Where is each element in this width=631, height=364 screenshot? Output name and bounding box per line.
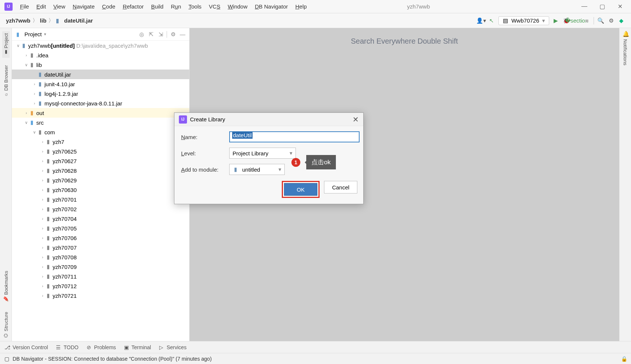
chevron-icon[interactable]: › [32, 91, 37, 96]
tree-row[interactable]: ∨▮lib [12, 60, 189, 70]
menu-run[interactable]: Run [168, 2, 184, 11]
chevron-icon[interactable]: › [40, 139, 45, 144]
tree-row[interactable]: ›▮mysql-connector-java-8.0.11.jar [12, 98, 189, 108]
menu-vcs[interactable]: VCS [206, 2, 223, 11]
bottom-tool-todo[interactable]: ☰TODO [56, 344, 79, 350]
chevron-icon[interactable]: › [32, 101, 37, 105]
tree-row[interactable]: ∨▮src [12, 118, 189, 127]
chevron-icon[interactable]: ∨ [16, 43, 21, 48]
left-tab-project[interactable]: ▮Project [2, 31, 10, 58]
tree-row[interactable]: ›▮yzh70702 [12, 204, 189, 214]
gear-icon[interactable]: ⚙ [606, 16, 616, 26]
ok-button[interactable]: OK [284, 183, 317, 196]
user-icon[interactable]: 👤▾ [476, 16, 487, 26]
menu-help[interactable]: Help [292, 2, 310, 11]
hide-panel-icon[interactable]: — [179, 31, 186, 38]
menu-code[interactable]: Code [99, 2, 118, 11]
left-tab-structure[interactable]: ⌬Structure [2, 310, 10, 341]
chevron-icon[interactable]: › [40, 236, 45, 240]
bottom-tool-terminal[interactable]: ▣Terminal [123, 344, 151, 350]
crumb-lib[interactable]: lib [39, 17, 48, 24]
tree-row[interactable]: ›▮yzh70630 [12, 185, 189, 195]
chevron-icon[interactable]: › [24, 111, 29, 115]
chevron-icon[interactable]: ∨ [24, 120, 29, 125]
bottom-tool-vcs[interactable]: ⎇Version Control [4, 344, 48, 350]
project-panel-title[interactable]: ▮ Project ▾ [15, 31, 46, 37]
menu-edit[interactable]: Edit [33, 2, 49, 11]
tree-row[interactable]: ›▮yzh70705 [12, 223, 189, 233]
lock-icon[interactable]: 🔒 [621, 356, 627, 362]
chevron-icon[interactable]: › [40, 293, 45, 298]
tree-row[interactable]: ∨▮com [12, 127, 189, 137]
jetbrains-icon[interactable]: ◆ [616, 16, 627, 26]
tree-row[interactable]: ›▮yzh70627 [12, 156, 189, 166]
menu-view[interactable]: View [50, 2, 68, 11]
level-select[interactable]: Project Library ▾ [229, 148, 296, 159]
search-icon[interactable]: 🔍 [595, 16, 606, 26]
menu-build[interactable]: Build [148, 2, 166, 11]
tree-row[interactable]: ›▮yzh70707 [12, 243, 189, 252]
tree-row[interactable]: ›▮yzh70708 [12, 252, 189, 262]
chevron-icon[interactable]: › [40, 226, 45, 230]
target-icon[interactable]: ◎ [138, 31, 145, 38]
module-select[interactable]: ▮ untitled ▾ [229, 164, 285, 175]
chevron-icon[interactable]: ∨ [24, 63, 29, 67]
menu-dbnav[interactable]: DB Navigator [252, 2, 291, 11]
gear-icon[interactable]: ⚙ [169, 31, 177, 38]
chevron-icon[interactable]: ∨ [32, 130, 37, 135]
chevron-icon[interactable]: › [40, 188, 45, 192]
chevron-icon[interactable]: › [40, 274, 45, 279]
bell-icon[interactable]: 🔔 [622, 31, 628, 37]
minimize-button[interactable]: — [579, 3, 590, 10]
chevron-icon[interactable]: › [40, 168, 45, 173]
tree-row[interactable]: ›▮yzh70721 [12, 291, 189, 300]
name-field[interactable]: dateUtil [229, 131, 360, 142]
left-tab-dbbrowser[interactable]: ⌕DB Browser [2, 63, 10, 100]
expand-all-icon[interactable]: ⇱ [147, 31, 155, 38]
tree-row[interactable]: ›▮yzh70701 [12, 195, 189, 204]
chevron-icon[interactable]: › [40, 216, 45, 221]
menu-refactor[interactable]: Refactor [120, 2, 147, 11]
run-configuration-select[interactable]: ▤ Wwb70726 ▾ [498, 16, 549, 25]
left-tab-bookmarks[interactable]: 🔖Bookmarks [2, 269, 10, 304]
chevron-icon[interactable]: › [40, 207, 45, 211]
menu-window[interactable]: Window [225, 2, 250, 11]
cancel-button[interactable]: Cancel [324, 181, 357, 193]
tree-row[interactable]: ›▮junit-4.10.jar [12, 79, 189, 89]
chevron-icon[interactable]: › [40, 197, 45, 202]
menu-tools[interactable]: Tools [186, 2, 204, 11]
tree-row[interactable]: ›▮yzh70711 [12, 272, 189, 281]
tree-row[interactable]: ›▮yzh70709 [12, 262, 189, 272]
chevron-icon[interactable]: › [40, 245, 45, 250]
chevron-icon[interactable]: › [40, 178, 45, 182]
tree-row[interactable]: ›▮.idea [12, 50, 189, 60]
maximize-button[interactable]: ▢ [597, 3, 607, 10]
menu-file[interactable]: File [17, 2, 32, 11]
tree-row[interactable]: ▮dateUtil.jar [12, 70, 189, 79]
chevron-icon[interactable]: › [40, 264, 45, 269]
tree-row[interactable]: ›▮yzh70704 [12, 214, 189, 223]
close-button[interactable]: ✕ [615, 3, 625, 10]
build-hammer-icon[interactable]: ↖ [487, 16, 497, 26]
bottom-tool-problems[interactable]: ⊘Problems [86, 344, 116, 350]
tree-row[interactable]: ›▮yzh70628 [12, 166, 189, 175]
coverage-button[interactable]: �section [571, 16, 582, 26]
dialog-close-button[interactable]: ✕ [353, 115, 359, 124]
tree-row[interactable]: ›▮log4j-1.2.9.jar [12, 89, 189, 98]
chevron-icon[interactable]: › [40, 149, 45, 154]
right-tab-notifications[interactable]: Notifications [622, 37, 629, 68]
tree-row[interactable]: ›▮yzh70629 [12, 175, 189, 185]
chevron-icon[interactable]: › [24, 53, 29, 57]
stop-button[interactable]: ■ [582, 16, 592, 26]
chevron-icon[interactable]: › [32, 82, 37, 86]
tree-row[interactable]: ›▮yzh70712 [12, 281, 189, 291]
crumb-file[interactable]: dateUtil.jar [63, 17, 94, 24]
crumb-project[interactable]: yzh7wwb [4, 17, 32, 24]
run-button[interactable]: ▶ [551, 16, 561, 26]
tree-row[interactable]: ›▮out [12, 108, 189, 118]
tree-row[interactable]: ›▮yzh70625 [12, 146, 189, 156]
tree-row[interactable]: ›▮yzh70706 [12, 233, 189, 243]
collapse-all-icon[interactable]: ⇲ [157, 31, 164, 38]
chevron-icon[interactable]: › [40, 159, 45, 163]
bottom-tool-services[interactable]: ▷Services [158, 344, 187, 350]
